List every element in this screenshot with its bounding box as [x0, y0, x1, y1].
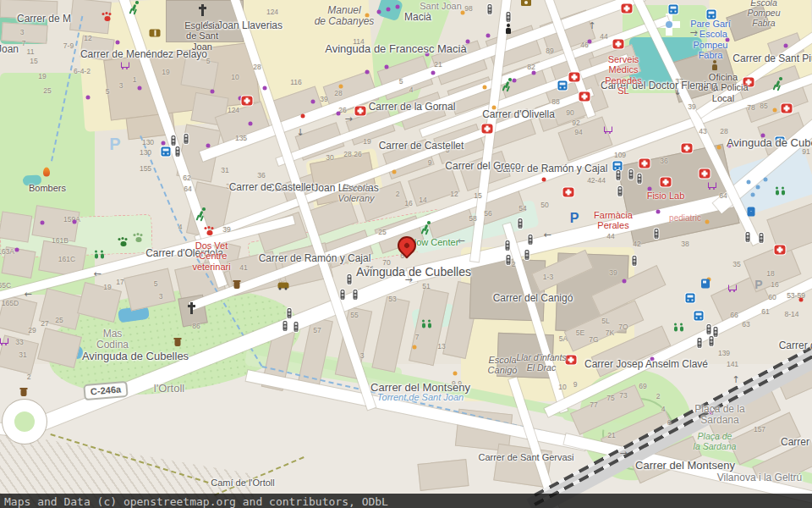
- place-label: Pare Garí- EscolaPompeuFabra: [690, 19, 731, 60]
- place-label: EscolaVolerany: [337, 183, 374, 204]
- poi-dot-purple: [387, 8, 391, 12]
- house-number: 21: [434, 60, 442, 69]
- place-label: Oficinade la PoliciaLocal: [698, 72, 748, 103]
- house-number: 38: [681, 240, 689, 248]
- house-number: 7: [22, 39, 26, 47]
- place-label: pediatric: [669, 213, 701, 223]
- street-label: Camí de l'Ortoll: [211, 478, 274, 488]
- house-number: 3: [159, 292, 163, 301]
- playground-icon: [93, 251, 105, 260]
- house-number: 57: [313, 326, 321, 334]
- house-number: 157: [754, 425, 765, 433]
- first-aid-icon: [639, 159, 650, 168]
- house-number: 6: [667, 418, 672, 427]
- traffic-light-icon: [746, 232, 750, 242]
- place-label: ServeisMèdicsPenedèsSL: [605, 54, 641, 96]
- house-number: 10: [558, 383, 566, 391]
- house-number: 39: [609, 268, 617, 277]
- house-number: 19: [38, 72, 46, 80]
- traffic-light-icon: [176, 146, 180, 157]
- building: [180, 57, 218, 91]
- poi-dot-purple: [784, 44, 788, 48]
- attribution-text: Maps and Data (c) openstreetmap.org and …: [0, 495, 388, 508]
- poi-dot-blue: [764, 178, 768, 182]
- attribution-bar: Maps and Data (c) openstreetmap.org and …: [0, 494, 812, 508]
- oneway-arrow: ↓: [296, 127, 304, 138]
- house-number: 35: [732, 260, 740, 268]
- shopping-cart-icon: [707, 181, 717, 190]
- poi-dot-orange: [392, 170, 397, 174]
- parking-lot-icon: P: [109, 135, 120, 154]
- first-aid-icon: [700, 169, 710, 179]
- traffic-light-icon: [617, 170, 621, 180]
- house-number: 60: [768, 293, 776, 301]
- runner-icon: [775, 77, 783, 87]
- house-number: 78: [747, 103, 754, 112]
- traffic-light-icon: [760, 233, 764, 243]
- traffic-light-icon: [488, 4, 492, 14]
- house-number: 18: [766, 269, 774, 278]
- poi-dot-blue: [747, 180, 751, 185]
- house-number: 8-14: [784, 310, 798, 318]
- house-number: 124: [266, 8, 278, 16]
- street-label: Carrer de Sant Gervasi: [478, 452, 573, 462]
- statue-icon: [505, 24, 512, 34]
- house-number: 109: [614, 151, 626, 159]
- trash-icon: [234, 282, 240, 289]
- house-number: 54: [518, 204, 526, 213]
- house-number: 92: [572, 119, 579, 127]
- traffic-light-icon: [294, 322, 299, 332]
- house-number: 43: [699, 127, 706, 135]
- building: [0, 211, 32, 242]
- house-number: 2: [396, 190, 400, 198]
- house-number: 44: [600, 32, 607, 41]
- place-label: Fisio Lab: [647, 190, 685, 201]
- place-label: Plaça dela Sardana: [694, 432, 737, 452]
- fuel-icon: [701, 279, 710, 289]
- street-label: Carrer d: [781, 436, 812, 448]
- fire-station-icon: [43, 168, 50, 177]
- poi-dot-orange: [413, 345, 417, 350]
- parking-icon: P: [570, 211, 579, 226]
- house-number: 3: [119, 81, 123, 90]
- house-number: 89: [546, 47, 553, 55]
- first-aid-icon: [622, 4, 633, 14]
- poi-dot-orange: [453, 372, 458, 376]
- poi-dot-purple: [377, 10, 381, 14]
- building: [371, 296, 409, 373]
- bus-stop-icon: [162, 147, 171, 157]
- house-number: 86: [192, 322, 200, 330]
- place-label: l'Ortoll: [154, 383, 184, 395]
- house-number: 30: [326, 153, 333, 162]
- traffic-light-icon: [710, 336, 714, 346]
- traffic-light-icon: [506, 240, 510, 251]
- street-label: Carrer de la Gornal: [369, 101, 456, 113]
- poi-dot-purple: [15, 248, 19, 252]
- poi-dot-purple: [396, 5, 400, 9]
- playground-icon: [774, 187, 786, 196]
- bus-stop-icon: [694, 312, 704, 321]
- house-number: 41: [239, 263, 247, 272]
- house-number: 39: [320, 95, 327, 103]
- church-cross-icon: [198, 4, 206, 16]
- house-number: 5L: [601, 317, 609, 325]
- house-number: 2: [656, 392, 661, 400]
- map-canvas[interactable]: Maps and Data (c) openstreetmap.org and …: [0, 0, 812, 508]
- house-number: 4: [409, 86, 414, 94]
- building: [417, 459, 469, 491]
- street-label: Carrer del Canigó: [493, 292, 573, 304]
- house-number: 7O: [618, 323, 628, 331]
- poi-dot-purple: [385, 65, 389, 69]
- house-number: 19: [103, 283, 111, 291]
- traffic-light-icon: [341, 290, 345, 300]
- house-number: 2: [512, 260, 516, 268]
- house-number: 15: [474, 191, 481, 200]
- camera-icon: [521, 0, 531, 6]
- house-number: 31: [221, 166, 228, 174]
- street-label: Avinguda de Cubelles: [82, 350, 189, 362]
- oneway-arrow: →: [619, 448, 627, 459]
- poi-dot-red: [301, 114, 305, 119]
- house-number: 77: [590, 400, 597, 409]
- first-aid-icon: [242, 97, 253, 106]
- place-label: Esglésiade SantJoan: [184, 20, 220, 52]
